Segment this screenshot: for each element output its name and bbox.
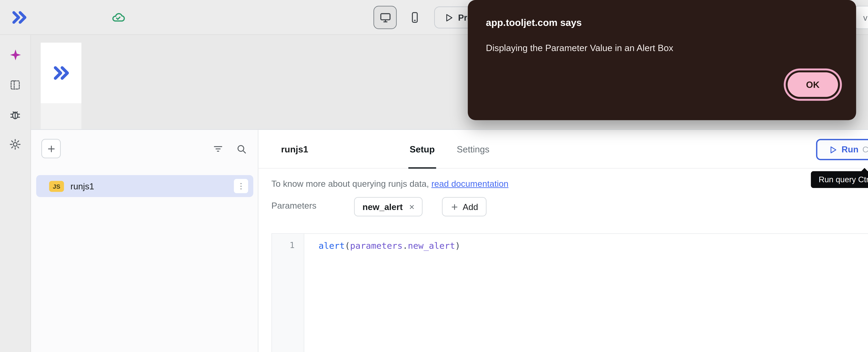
device-toggle xyxy=(373,6,426,29)
settings-gear-icon[interactable] xyxy=(9,138,22,151)
alert-message: Displaying the Parameter Value in an Ale… xyxy=(486,43,673,53)
run-shortcut: Ctrl+Enter xyxy=(863,145,868,155)
app-window: Preview v1 Development xyxy=(0,0,868,352)
tab-settings[interactable]: Settings xyxy=(449,130,497,168)
line-number: 1 xyxy=(272,241,294,250)
line-number-gutter: 1 xyxy=(272,234,304,352)
desktop-view-button[interactable] xyxy=(373,6,397,29)
doc-hint: To know more about querying runjs data, … xyxy=(271,179,508,189)
add-parameter-button[interactable]: Add xyxy=(442,197,487,217)
code-token: new_alert xyxy=(408,241,455,251)
parameter-chip-new-alert[interactable]: new_alert × xyxy=(354,197,423,217)
tooljet-logo-icon xyxy=(51,64,71,82)
debugger-bug-icon[interactable] xyxy=(9,108,22,121)
version-label: v1 xyxy=(855,6,868,29)
ai-sparkle-icon[interactable] xyxy=(9,49,22,61)
add-query-button[interactable] xyxy=(41,139,61,158)
code-token: . xyxy=(403,241,408,251)
query-item-name: runjs1 xyxy=(70,181,94,191)
parameters-label: Parameters xyxy=(271,201,316,211)
parameter-chip-label: new_alert xyxy=(363,202,403,212)
tab-setup[interactable]: Setup xyxy=(402,130,442,168)
query-name: runjs1 xyxy=(281,130,308,168)
remove-parameter-icon[interactable]: × xyxy=(409,201,414,212)
search-icon[interactable] xyxy=(236,143,247,154)
read-documentation-link[interactable]: read documentation xyxy=(431,179,508,189)
tooljet-logo-icon[interactable] xyxy=(10,9,28,26)
play-icon xyxy=(444,13,454,22)
run-label: Run xyxy=(841,145,859,155)
query-list-pane: JS runjs1 ⋮ xyxy=(31,130,258,352)
browser-alert-dialog: app.tooljet.com says Displaying the Para… xyxy=(468,0,856,120)
query-editor-header: runjs1 Setup Settings Run Ctrl+Enter Pre… xyxy=(258,130,868,168)
js-badge: JS xyxy=(49,181,64,191)
alert-title: app.tooljet.com says xyxy=(486,17,582,28)
canvas-widget[interactable] xyxy=(41,103,81,129)
cloud-sync-icon[interactable] xyxy=(111,10,125,25)
mobile-view-button[interactable] xyxy=(403,6,426,29)
code-line[interactable]: alert(parameters.new_alert) xyxy=(304,234,868,352)
play-icon xyxy=(829,145,838,154)
code-token: alert xyxy=(318,241,345,251)
logo-widget[interactable] xyxy=(41,43,81,103)
plus-icon xyxy=(46,144,56,154)
filter-icon[interactable] xyxy=(213,143,224,154)
kebab-menu-icon[interactable]: ⋮ xyxy=(234,179,248,193)
ok-button[interactable]: OK xyxy=(787,72,838,97)
doc-hint-text: To know more about querying runjs data, xyxy=(271,179,431,189)
run-query-button[interactable]: Run Ctrl+Enter xyxy=(817,139,868,160)
left-sidebar xyxy=(0,35,31,352)
query-panel: JS runjs1 ⋮ runjs1 Setup Settings Run Ct… xyxy=(31,129,868,352)
tooltip-arrow xyxy=(861,168,868,172)
code-token: ( xyxy=(345,241,350,251)
code-editor[interactable]: 1 alert(parameters.new_alert) xyxy=(271,233,868,352)
code-token: ) xyxy=(455,241,460,251)
version-environment-selector[interactable]: v1 Development xyxy=(854,6,868,29)
query-list-item-runjs1[interactable]: JS runjs1 ⋮ xyxy=(36,175,253,197)
add-parameter-label: Add xyxy=(463,202,478,212)
run-tooltip: Run query Ctrl+Enter xyxy=(811,171,868,188)
tooltip-text: Run query Ctrl+Enter xyxy=(819,175,868,184)
pages-icon[interactable] xyxy=(9,79,22,92)
plus-icon xyxy=(450,202,459,211)
code-token: parameters xyxy=(350,241,403,251)
query-editor-pane: runjs1 Setup Settings Run Ctrl+Enter Pre… xyxy=(258,130,868,352)
query-tabs: Setup Settings xyxy=(402,130,497,168)
